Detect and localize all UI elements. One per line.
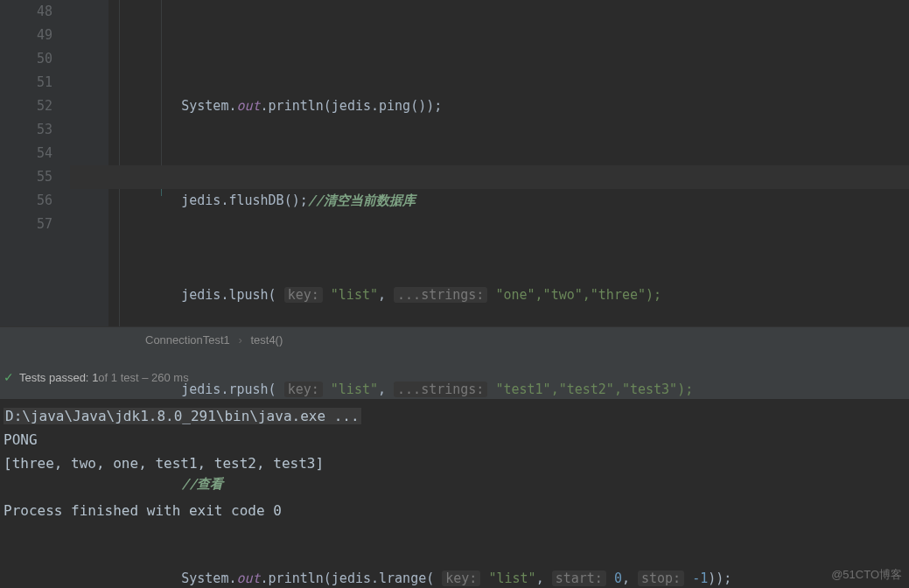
- code-line[interactable]: //查看: [118, 472, 909, 496]
- code-line[interactable]: System.out.println(jedis.ping());: [118, 94, 909, 118]
- line-number: 52: [0, 94, 52, 118]
- code-line[interactable]: jedis.lpush( key: "list", ...strings: "o…: [118, 284, 909, 307]
- tests-passed-count: 1: [92, 371, 98, 384]
- current-line-highlight: [70, 165, 909, 189]
- line-number: 53: [0, 118, 52, 142]
- line-number: 56: [0, 189, 52, 213]
- console-line: PONG: [3, 431, 38, 448]
- code-line[interactable]: jedis.flushDB();//清空当前数据库: [118, 189, 909, 213]
- code-area[interactable]: System.out.println(jedis.ping()); jedis.…: [70, 0, 909, 326]
- code-line[interactable]: jedis.rpush( key: "list", ...strings: "t…: [118, 378, 909, 402]
- watermark: @51CTO博客: [831, 567, 902, 583]
- line-number-gutter: 48 49 50 51 52 53 54 55 56 57: [0, 0, 70, 326]
- line-number: 49: [0, 24, 52, 47]
- line-number: 57: [0, 213, 52, 236]
- line-number: 50: [0, 47, 52, 71]
- line-number: 54: [0, 142, 52, 165]
- tests-passed-label: Tests passed:: [19, 371, 89, 384]
- line-number: 51: [0, 71, 52, 94]
- code-editor[interactable]: 48 49 50 51 52 53 54 55 56 57 System.out…: [0, 0, 909, 326]
- check-icon: ✓: [3, 370, 14, 384]
- code-line[interactable]: System.out.println(jedis.lrange( key: "l…: [118, 567, 909, 588]
- line-number: 48: [0, 0, 52, 24]
- line-number: 55: [0, 165, 52, 189]
